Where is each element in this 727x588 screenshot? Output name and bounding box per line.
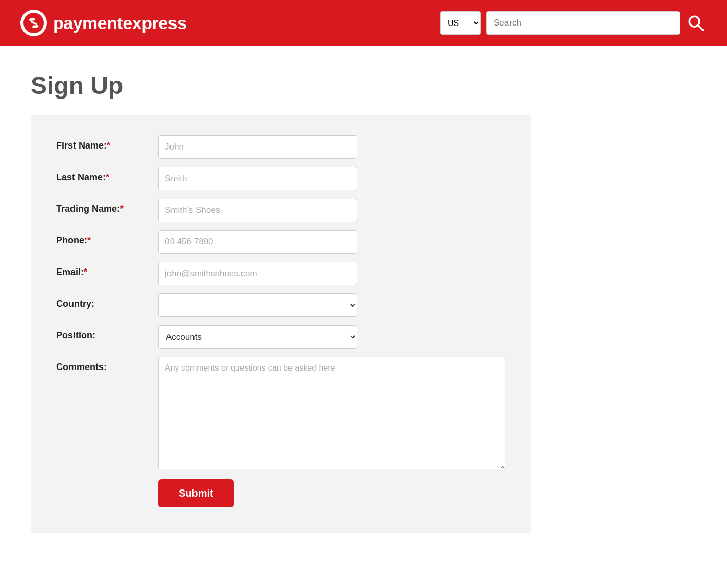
trading-name-label: Trading Name:* xyxy=(56,199,158,214)
last-name-row: Last Name:* xyxy=(56,167,505,190)
trading-name-required: * xyxy=(120,204,124,214)
signup-form-container: First Name:* Last Name:* Trading Name:* xyxy=(31,115,531,533)
phone-label: Phone:* xyxy=(56,230,158,246)
position-label: Position: xyxy=(56,325,158,341)
submit-row: Submit xyxy=(56,479,505,507)
email-required: * xyxy=(84,267,87,277)
last-name-label: Last Name:* xyxy=(56,167,158,183)
svg-line-4 xyxy=(698,26,703,30)
first-name-required: * xyxy=(107,140,110,151)
signup-form: First Name:* Last Name:* Trading Name:* xyxy=(56,135,505,507)
main-content: Sign Up First Name:* Last Name:* Tradin xyxy=(0,46,562,558)
last-name-input[interactable] xyxy=(158,167,357,190)
email-row: Email:* xyxy=(56,262,505,285)
logo-area: paymentexpress xyxy=(20,10,430,36)
page-title: Sign Up xyxy=(31,71,531,100)
phone-input[interactable] xyxy=(158,230,357,254)
country-label: Country: xyxy=(56,293,158,309)
comments-row: Comments: xyxy=(56,357,505,469)
logo-icon xyxy=(20,10,47,36)
first-name-input[interactable] xyxy=(158,135,357,159)
header-controls: US NZ AU UK xyxy=(440,11,707,35)
country-row: Country: United States New Zealand Austr… xyxy=(56,293,505,317)
country-select[interactable]: United States New Zealand Australia Unit… xyxy=(158,293,357,317)
first-name-row: First Name:* xyxy=(56,135,505,159)
position-select[interactable]: Accounts Manager Director Other xyxy=(158,325,357,349)
phone-required: * xyxy=(87,235,91,246)
site-header: paymentexpress US NZ AU UK xyxy=(0,0,727,46)
last-name-required: * xyxy=(106,172,109,182)
locale-select[interactable]: US NZ AU UK xyxy=(440,11,481,35)
phone-row: Phone:* xyxy=(56,230,505,254)
trading-name-row: Trading Name:* xyxy=(56,199,505,222)
logo-text: paymentexpress xyxy=(53,13,186,33)
search-input[interactable] xyxy=(486,11,680,35)
first-name-label: First Name:* xyxy=(56,135,158,151)
search-icon xyxy=(687,14,705,32)
search-button[interactable] xyxy=(685,12,707,34)
email-input[interactable] xyxy=(158,262,357,285)
trading-name-input[interactable] xyxy=(158,199,357,222)
position-row: Position: Accounts Manager Director Othe… xyxy=(56,325,505,349)
email-label: Email:* xyxy=(56,262,158,278)
comments-textarea[interactable] xyxy=(158,357,505,469)
comments-label: Comments: xyxy=(56,357,158,373)
submit-button[interactable]: Submit xyxy=(158,479,234,507)
